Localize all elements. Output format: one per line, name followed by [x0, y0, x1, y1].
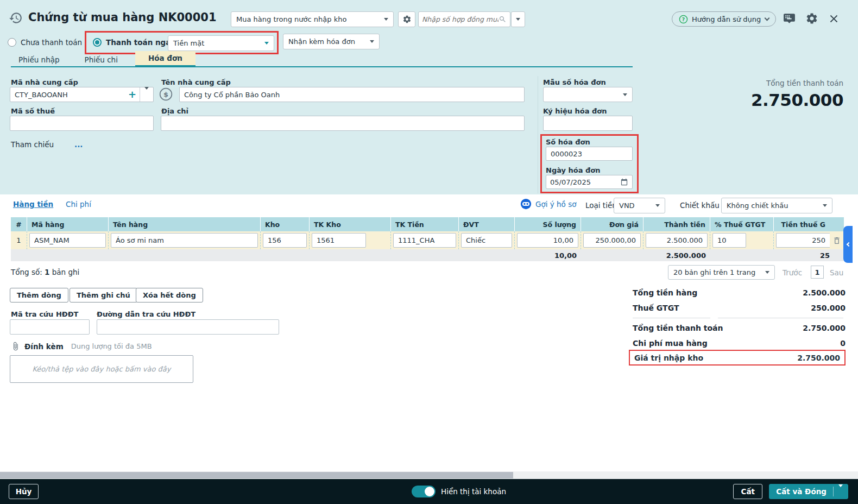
record-count-suffix: bản ghi [52, 268, 80, 276]
einvoice-code-field[interactable] [10, 319, 90, 335]
invoice-number-field[interactable] [546, 147, 633, 161]
col-header-tk-tien[interactable]: TK Tiền [391, 217, 459, 231]
cell-don-gia[interactable] [581, 231, 644, 249]
col-header-ma-hang[interactable]: Mã hàng [27, 217, 109, 231]
doc-type-select[interactable]: Mua hàng trong nước nhập kho [231, 11, 394, 27]
col-header-thanh-tien[interactable]: Thành tiền [644, 217, 710, 231]
cell-so-luong[interactable] [515, 231, 581, 249]
radio-unpaid[interactable]: Chưa thanh toán [8, 38, 82, 47]
col-header-tien-thue[interactable]: Tiền thuế G [774, 217, 830, 231]
supplier-name-input[interactable] [179, 87, 525, 102]
chevron-down-icon [623, 93, 627, 96]
purchase-cost-value: 0 [840, 339, 846, 348]
save-and-close-button[interactable]: Cất và Đóng [769, 484, 848, 499]
dollar-icon[interactable]: $ [159, 87, 173, 103]
contract-search-input[interactable] [422, 15, 499, 23]
cell-tk-kho[interactable] [310, 231, 391, 249]
discount-select[interactable]: Không chiết khấu [721, 198, 832, 213]
col-header-dvt[interactable]: ĐVT [459, 217, 515, 231]
cell-thanh-tien[interactable] [644, 231, 710, 249]
thanh-tien-input[interactable] [646, 233, 708, 248]
tab-hoa-don[interactable]: Hóa đơn [135, 51, 195, 67]
cell-tk-tien[interactable] [391, 231, 459, 249]
address-input[interactable] [161, 116, 525, 131]
help-button[interactable]: ? Hướng dẫn sử dụng [672, 11, 776, 27]
contract-settings-button[interactable] [398, 11, 415, 27]
tax-code-input[interactable] [10, 116, 154, 131]
record-count-value: 1 [45, 268, 49, 276]
supplier-name-field[interactable] [179, 87, 525, 102]
tab-hang-tien[interactable]: Hàng tiền [13, 200, 53, 209]
einvoice-url-input[interactable] [97, 319, 279, 335]
einvoice-code-input[interactable] [10, 319, 90, 335]
scrollbar-thumb[interactable] [0, 472, 513, 478]
tien-thue-input[interactable] [776, 233, 830, 248]
add-row-button[interactable]: Thêm dòng [10, 288, 68, 303]
total-goods-value: 2.500.000 [803, 288, 846, 297]
ma-hang-input[interactable] [29, 233, 106, 248]
reference-more-link[interactable]: ... [74, 140, 83, 149]
tab-phieu-nhap[interactable]: Phiếu nhập [11, 53, 67, 67]
col-header-tk-kho[interactable]: TK Kho [310, 217, 391, 231]
keyboard-icon[interactable] [783, 12, 796, 26]
invoice-serial-input[interactable] [543, 116, 633, 131]
col-header-so-luong[interactable]: Số lượng [515, 217, 581, 231]
col-header-kho[interactable]: Kho [261, 217, 310, 231]
don-gia-input[interactable] [583, 233, 641, 248]
add-supplier-icon[interactable]: + [125, 90, 140, 99]
currency-select[interactable]: VND [614, 198, 665, 213]
pagination-prev[interactable]: Trước [783, 268, 802, 277]
radio-paynow[interactable]: Thanh toán ngay [93, 38, 175, 47]
invoice-serial-field[interactable] [543, 116, 633, 131]
kho-input[interactable] [263, 233, 307, 248]
col-header-thue-gtgt[interactable]: % Thuế GTGT [710, 217, 774, 231]
horizontal-scrollbar[interactable] [0, 471, 858, 479]
calendar-icon[interactable] [620, 178, 628, 186]
contract-search-dropdown-button[interactable] [511, 11, 525, 27]
close-icon[interactable] [828, 12, 840, 25]
invoice-date-field[interactable]: 05/07/2025 [546, 175, 633, 189]
cell-kho[interactable] [261, 231, 310, 249]
add-note-button[interactable]: Thêm ghi chú [70, 288, 137, 303]
pagination-page-input[interactable]: 1 [811, 266, 824, 279]
per-page-select[interactable]: 20 bản ghi trên 1 trang [668, 265, 775, 280]
show-accounts-toggle[interactable] [412, 486, 436, 497]
delete-row-button[interactable] [830, 231, 844, 249]
tk-tien-input[interactable] [393, 233, 456, 248]
thue-gtgt-input[interactable] [712, 233, 746, 248]
suggest-docs-button[interactable]: Gợi ý hồ sơ [520, 198, 576, 210]
delete-all-rows-button[interactable]: Xóa hết dòng [136, 288, 203, 303]
attachment-dropzone[interactable]: Kéo/thả tệp vào đây hoặc bấm vào đây [10, 355, 193, 383]
payment-method-select[interactable]: Tiền mặt [168, 35, 274, 51]
dvt-input[interactable] [461, 233, 512, 248]
supplier-code-field[interactable]: CTY_BAOOANH + [10, 87, 154, 102]
cell-ma-hang[interactable] [27, 231, 109, 249]
cell-thue-gtgt[interactable] [710, 231, 774, 249]
address-field[interactable] [161, 116, 525, 131]
so-luong-input[interactable] [517, 233, 578, 248]
pagination-next[interactable]: Sau [830, 268, 843, 277]
col-header-don-gia[interactable]: Đơn giá [581, 217, 644, 231]
einvoice-url-field[interactable] [97, 319, 279, 335]
cell-dvt[interactable] [459, 231, 515, 249]
tax-code-field[interactable] [10, 116, 154, 131]
supplier-code-dropdown[interactable] [140, 90, 153, 100]
save-and-close-dropdown[interactable] [834, 487, 848, 496]
cell-tien-thue[interactable] [774, 231, 830, 249]
ten-hang-input[interactable] [111, 233, 258, 248]
collapse-panel-button[interactable] [843, 226, 853, 263]
save-button[interactable]: Cất [733, 484, 762, 499]
invoice-receive-select[interactable]: Nhận kèm hóa đơn [283, 34, 380, 49]
invoice-template-select[interactable] [543, 87, 633, 102]
invoice-number-input[interactable] [546, 147, 633, 161]
col-header-index[interactable]: # [11, 217, 27, 231]
history-icon[interactable] [9, 11, 23, 25]
contract-search[interactable] [418, 11, 510, 27]
tk-kho-input[interactable] [312, 233, 366, 248]
cancel-button[interactable]: Hủy [9, 484, 39, 499]
tab-phieu-chi[interactable]: Phiếu chi [77, 53, 125, 67]
settings-icon[interactable] [805, 12, 818, 25]
col-header-ten-hang[interactable]: Tên hàng [109, 217, 261, 231]
tab-chi-phi[interactable]: Chi phí [66, 200, 91, 209]
cell-ten-hang[interactable] [109, 231, 261, 249]
